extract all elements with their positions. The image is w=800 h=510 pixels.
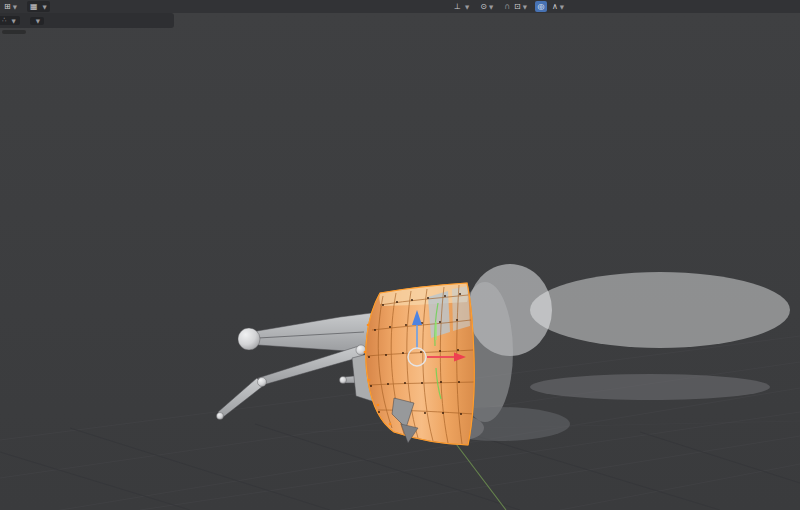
joint-sphere — [217, 413, 224, 420]
snap-toggle-button[interactable]: ∩ — [502, 3, 512, 11]
viewport-background — [0, 13, 800, 510]
edit-mode-icon: ▦ — [30, 3, 38, 11]
joint-sphere — [340, 377, 347, 384]
chevron-down-icon: ▼ — [43, 4, 47, 10]
arm-highlight — [530, 272, 790, 348]
snap-magnet-icon: ∩ — [504, 3, 510, 11]
tool-shelf — [2, 30, 26, 34]
orientation-icon: ⊥ — [454, 3, 461, 11]
chevron-down-icon: ▼ — [11, 18, 15, 24]
orientation-dropdown[interactable]: ⊥ ▼ — [452, 3, 471, 11]
snap-target-icon: ⊡ — [514, 3, 521, 11]
chevron-down-icon: ▼ — [489, 4, 493, 10]
drag-setting-dropdown[interactable]: ▼ — [30, 17, 44, 25]
transform-controls: ⊥ ▼ ⊙▼ ∩ ⊡▼ ◎ ∧▼ — [452, 0, 566, 13]
mode-dropdown[interactable]: ▦ ▼ — [27, 1, 50, 12]
editor-type-button[interactable]: ⊞▼ — [2, 3, 19, 11]
chevron-down-icon: ▼ — [523, 4, 527, 10]
viewport-header: ⊞▼ ▦ ▼ ⊥ ▼ ⊙▼ ∩ ⊡▼ — [0, 0, 800, 13]
joint-sphere — [258, 378, 267, 387]
editor-type-icon: ⊞ — [4, 3, 11, 11]
axis-icon: ∴ — [2, 17, 6, 24]
blender-window: ⊞▼ ▦ ▼ ⊥ ▼ ⊙▼ ∩ ⊡▼ — [0, 0, 800, 510]
under-shadow — [530, 374, 770, 400]
chevron-down-icon: ▼ — [560, 4, 564, 10]
snap-target-dropdown[interactable]: ⊡▼ — [512, 3, 529, 11]
proportional-editing-icon: ◎ — [537, 2, 544, 11]
orientation-setting-dropdown[interactable]: ∴ ▼ — [0, 16, 20, 25]
cuff-panel — [452, 286, 470, 331]
pivot-point-icon: ⊙ — [480, 3, 487, 11]
3d-viewport[interactable] — [0, 0, 800, 510]
tool-settings-bar: ∴ ▼ ▼ — [0, 13, 174, 28]
falloff-dropdown[interactable]: ∧▼ — [550, 3, 566, 11]
chevron-down-icon: ▼ — [36, 18, 40, 24]
joint-sphere — [356, 345, 366, 355]
pivot-point-dropdown[interactable]: ⊙▼ — [478, 3, 495, 11]
chevron-down-icon: ▼ — [465, 4, 469, 10]
proportional-editing-toggle[interactable]: ◎ — [535, 1, 547, 12]
joint-sphere-large — [238, 328, 260, 350]
proportional-falloff-icon: ∧ — [552, 3, 558, 11]
chevron-down-icon: ▼ — [13, 4, 17, 10]
